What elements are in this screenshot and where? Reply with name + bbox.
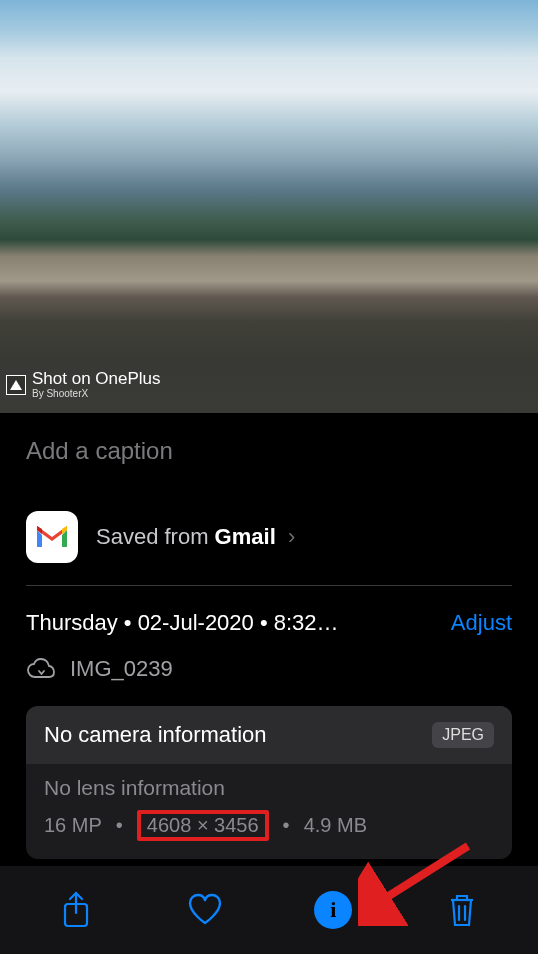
share-button[interactable]: [52, 886, 100, 934]
info-icon: i: [314, 891, 352, 929]
cloud-download-icon: [26, 658, 56, 680]
triangle-icon: [6, 375, 26, 395]
dimensions-value: 4608 × 3456: [137, 810, 269, 841]
gmail-app-icon: [26, 511, 78, 563]
exif-card: No camera information JPEG No lens infor…: [26, 706, 512, 859]
format-badge: JPEG: [432, 722, 494, 748]
separator-dot: •: [116, 814, 123, 837]
date-row: Thursday • 02-Jul-2020 • 8:32… Adjust: [0, 586, 538, 650]
favorite-button[interactable]: [181, 886, 229, 934]
exif-card-body: No lens information 16 MP • 4608 × 3456 …: [26, 764, 512, 859]
separator-dot: •: [283, 814, 290, 837]
filename-text: IMG_0239: [70, 656, 173, 682]
watermark-subtitle: By ShooterX: [32, 389, 161, 399]
saved-from-prefix: Saved from: [96, 524, 215, 549]
photo-datetime: Thursday • 02-Jul-2020 • 8:32…: [26, 610, 339, 636]
caption-field[interactable]: Add a caption: [0, 413, 538, 491]
bottom-toolbar: i: [0, 866, 538, 954]
watermark-title: Shot on OnePlus: [32, 370, 161, 387]
photo-viewer[interactable]: Shot on OnePlus By ShooterX: [0, 0, 538, 413]
lens-info-text: No lens information: [44, 776, 494, 800]
adjust-button[interactable]: Adjust: [451, 610, 512, 636]
saved-from-row[interactable]: Saved from Gmail ›: [0, 491, 538, 585]
exif-card-header: No camera information JPEG: [26, 706, 512, 764]
filename-row: IMG_0239: [0, 650, 538, 706]
filesize-value: 4.9 MB: [304, 814, 367, 837]
caption-placeholder: Add a caption: [26, 437, 173, 464]
info-button[interactable]: i: [309, 886, 357, 934]
saved-from-text: Saved from Gmail ›: [96, 524, 295, 550]
saved-from-app: Gmail: [215, 524, 276, 549]
megapixels-value: 16 MP: [44, 814, 102, 837]
camera-info-text: No camera information: [44, 722, 267, 748]
specs-row: 16 MP • 4608 × 3456 • 4.9 MB: [44, 810, 494, 841]
chevron-right-icon: ›: [288, 524, 295, 549]
delete-button[interactable]: [438, 886, 486, 934]
photo-watermark: Shot on OnePlus By ShooterX: [6, 370, 161, 399]
